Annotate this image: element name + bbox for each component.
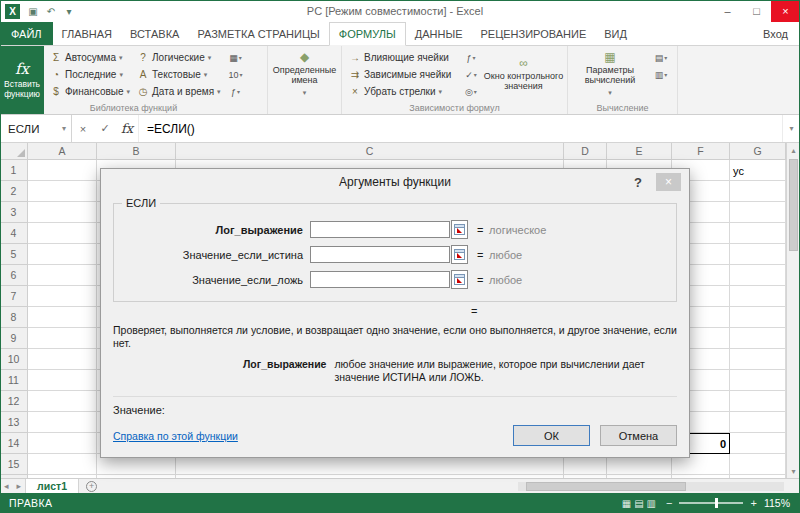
row-header-1[interactable]: 1	[0, 160, 27, 181]
argument-input[interactable]	[310, 271, 450, 288]
ribbon-button-Зависимые ячейки[interactable]: ⇉Зависимые ячейки	[345, 66, 459, 83]
range-selector-button[interactable]	[451, 245, 468, 264]
scroll-up-icon[interactable]: ▴	[787, 143, 800, 157]
ribbon-button-Автосумма[interactable]: ΣАвтосумма▾	[46, 49, 133, 66]
row-header-15[interactable]: 15	[0, 454, 27, 475]
row-header-4[interactable]: 4	[0, 223, 27, 244]
watch-window-button[interactable]: ∞ Окно контрольного значения	[483, 49, 564, 101]
show-formulas-icon[interactable]: ƒ▾	[459, 49, 483, 66]
ribbon-button-Текстовые[interactable]: АТекстовые▾	[133, 66, 224, 83]
ribbon-tab-данные[interactable]: ДАННЫЕ	[406, 22, 472, 45]
row-header-12[interactable]: 12	[0, 391, 27, 412]
row-header-8[interactable]: 8	[0, 307, 27, 328]
sheet-nav-left-icon[interactable]: ◂	[0, 481, 13, 491]
column-header-G[interactable]: G	[730, 143, 786, 159]
save-icon[interactable]: ▣	[25, 3, 41, 19]
row-header-10[interactable]: 10	[0, 349, 27, 370]
row-header-14[interactable]: 14	[0, 433, 27, 454]
error-checking-icon[interactable]: ✓▾	[459, 66, 483, 83]
lookup-reference-icon[interactable]: ▦▾	[224, 49, 248, 66]
column-header-C[interactable]: C	[176, 143, 564, 159]
vertical-scrollbar[interactable]: ▴ ▾	[786, 143, 800, 478]
insert-function-fx-button[interactable]: fx	[116, 121, 138, 136]
row-header-2[interactable]: 2	[0, 181, 27, 202]
ribbon-button-Последние[interactable]: ◔Последние▾	[46, 66, 133, 83]
button-icon: Σ	[49, 52, 63, 63]
ribbon-button-Финансовые[interactable]: $Финансовые▾	[46, 83, 133, 100]
normal-view-icon[interactable]: ▦	[622, 498, 631, 509]
dialog-close-button[interactable]: ×	[656, 173, 681, 191]
scroll-down-icon[interactable]: ▾	[787, 464, 800, 478]
page-layout-view-icon[interactable]: ▤	[634, 498, 643, 509]
ribbon-tab-главная[interactable]: ГЛАВНАЯ	[53, 22, 121, 45]
ribbon-tab-вставка[interactable]: ВСТАВКА	[121, 22, 188, 45]
column-header-A[interactable]: A	[28, 143, 97, 159]
dialog-help-button[interactable]: ?	[629, 173, 647, 191]
page-break-view-icon[interactable]: ▥	[647, 498, 656, 509]
row-header-11[interactable]: 11	[0, 370, 27, 391]
dialog-titlebar[interactable]: Аргументы функции ? ×	[101, 169, 689, 195]
name-box[interactable]: ЕСЛИ ▾	[0, 115, 72, 142]
calculation-options-button[interactable]: ▦ Параметры вычислений ▾	[571, 49, 649, 101]
column-header-F[interactable]: F	[672, 143, 730, 159]
range-selector-button[interactable]	[451, 220, 468, 239]
ribbon-tab-файл[interactable]: ФАЙЛ	[0, 22, 53, 45]
column-header-B[interactable]: B	[97, 143, 176, 159]
sheet-tab-лист1[interactable]: лист1	[25, 479, 79, 493]
row-header-6[interactable]: 6	[0, 265, 27, 286]
argument-input[interactable]	[310, 246, 450, 263]
help-link[interactable]: Справка по этой функции	[113, 430, 238, 442]
argument-row: Лог_выражение=логическое	[114, 217, 668, 242]
evaluate-formula-icon[interactable]: ◎▾	[459, 83, 483, 100]
horizontal-scrollbar[interactable]	[518, 482, 784, 491]
row-header-9[interactable]: 9	[0, 328, 27, 349]
zoom-in-button[interactable]: +	[750, 497, 756, 509]
new-sheet-button[interactable]: +	[86, 481, 97, 492]
cancel-button[interactable]: Отмена	[600, 425, 677, 446]
argument-input[interactable]	[310, 221, 450, 238]
range-selector-button[interactable]	[451, 270, 468, 289]
grid-cell-G1[interactable]: ус	[730, 160, 786, 181]
button-icon: ◔	[49, 69, 63, 80]
column-header-D[interactable]: D	[564, 143, 607, 159]
ok-button[interactable]: ОК	[513, 425, 590, 446]
qat-dropdown-icon[interactable]: ▾	[61, 3, 77, 19]
zoom-slider-thumb[interactable]	[715, 498, 718, 508]
expand-formula-bar-button[interactable]: ▾	[782, 115, 800, 142]
status-bar: ПРАВКА ▦▤▥ − + 115%	[0, 493, 800, 513]
minimize-button[interactable]: –	[713, 0, 742, 22]
ribbon-button-Убрать стрелки[interactable]: ×Убрать стрелки▾	[345, 83, 459, 100]
ribbon-tab-разметка страницы[interactable]: РАЗМЕТКА СТРАНИЦЫ	[188, 22, 328, 45]
ribbon-tab-вид[interactable]: ВИД	[595, 22, 636, 45]
calculate-now-icon[interactable]: ▤▾	[649, 49, 673, 66]
sign-in-button[interactable]: Вход	[763, 22, 800, 45]
row-header-5[interactable]: 5	[0, 244, 27, 265]
cancel-entry-button[interactable]: ×	[72, 123, 94, 135]
sheet-nav-right-icon[interactable]: ▸	[13, 481, 26, 491]
vertical-scrollbar-thumb[interactable]	[789, 159, 798, 251]
zoom-out-button[interactable]: −	[666, 497, 672, 509]
ribbon-tab-формулы[interactable]: ФОРМУЛЫ	[329, 22, 406, 46]
row-header-7[interactable]: 7	[0, 286, 27, 307]
close-button[interactable]: ×	[771, 0, 800, 22]
formula-input[interactable]: =ЕСЛИ()	[138, 115, 782, 142]
ribbon-button-Дата и время[interactable]: ◷Дата и время▾	[133, 83, 224, 100]
ribbon-button-Логические[interactable]: ?Логические▾	[133, 49, 224, 66]
horizontal-scrollbar-thumb[interactable]	[526, 482, 686, 491]
undo-icon[interactable]: ↶	[43, 3, 59, 19]
ribbon-button-Влияющие ячейки[interactable]: →Влияющие ячейки	[345, 49, 459, 66]
dialog-title: Аргументы функции	[339, 175, 451, 189]
zoom-level[interactable]: 115%	[764, 497, 790, 509]
column-header-E[interactable]: E	[607, 143, 672, 159]
zoom-slider[interactable]	[679, 502, 743, 504]
enter-entry-button[interactable]: ✓	[94, 122, 116, 135]
math-trig-icon[interactable]: 10▾	[224, 66, 248, 83]
select-all-corner[interactable]	[0, 143, 28, 160]
row-header-3[interactable]: 3	[0, 202, 27, 223]
maximize-button[interactable]: □	[742, 0, 771, 22]
row-header-13[interactable]: 13	[0, 412, 27, 433]
more-functions-icon[interactable]: ƒ▾	[224, 83, 248, 100]
defined-names-button[interactable]: ◆ Определенные имена ▾	[271, 49, 338, 101]
calculate-sheet-icon[interactable]: ▥▾	[649, 66, 673, 83]
ribbon-tab-рецензирование[interactable]: РЕЦЕНЗИРОВАНИЕ	[471, 22, 595, 45]
